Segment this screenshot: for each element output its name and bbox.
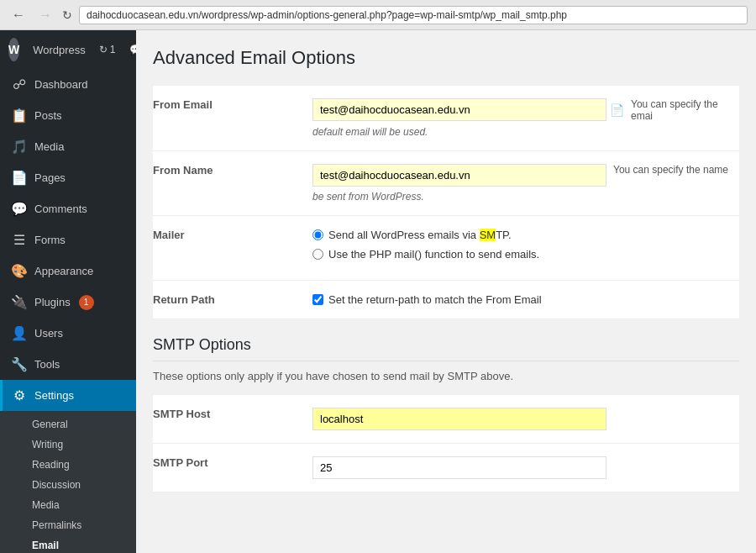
browser-bar: ← → ↻ — [0, 0, 756, 30]
media-icon: 🎵 — [11, 139, 28, 155]
sidebar-item-appearance[interactable]: 🎨 Appearance — [0, 255, 136, 287]
sidebar-item-label: Users — [34, 327, 63, 340]
smtp-section-title: SMTP Options — [153, 336, 739, 361]
from-name-row: From Name You can specify the name be se… — [153, 151, 739, 216]
from-email-label: From Email — [153, 86, 304, 151]
comments-item[interactable]: 💬 0 — [129, 44, 136, 55]
return-path-option-text: Set the return-path to match the From Em… — [328, 293, 542, 306]
mailer-option2-text: Use the PHP mail() function to send emai… — [328, 248, 539, 261]
sidebar-item-pages[interactable]: 📄 Pages — [0, 162, 136, 193]
mailer-cell: Send all WordPress emails via SMTP. Use … — [304, 216, 739, 281]
sidebar-item-settings[interactable]: ⚙ Settings — [0, 380, 136, 411]
updates-item[interactable]: ↻ 1 — [99, 44, 116, 55]
submenu-item-media[interactable]: Media — [0, 495, 136, 515]
sidebar-item-forms[interactable]: ☰ Forms — [0, 224, 136, 255]
sidebar: W Wordpress ↻ 1 💬 0 + New ☍ Dashboard 📋 … — [0, 30, 136, 553]
tools-icon: 🔧 — [11, 356, 28, 372]
submenu-item-general[interactable]: General — [0, 414, 136, 434]
sidebar-item-label: Posts — [34, 109, 62, 122]
from-email-field-with-icon: 📄 — [312, 98, 624, 121]
from-email-field-row: 📄 You can specify the emai — [312, 98, 731, 122]
return-path-label: Return Path — [153, 281, 304, 319]
wp-top-bar: W Wordpress ↻ 1 💬 0 + New — [0, 30, 136, 69]
sidebar-item-label: Pages — [34, 171, 66, 184]
sidebar-item-plugins[interactable]: 🔌 Plugins 1 — [0, 287, 136, 318]
smtp-host-input[interactable] — [312, 408, 606, 430]
sidebar-item-posts[interactable]: 📋 Posts — [0, 100, 136, 131]
plugins-icon: 🔌 — [11, 294, 28, 310]
sidebar-item-label: Dashboard — [34, 78, 88, 91]
sidebar-item-media[interactable]: 🎵 Media — [0, 131, 136, 162]
smtp-highlight: SM — [480, 229, 496, 241]
from-email-row: From Email 📄 You can specify the emai de… — [153, 86, 739, 151]
sidebar-nav: ☍ Dashboard 📋 Posts 🎵 Media 📄 Pages 💬 Co… — [0, 69, 136, 553]
back-button[interactable]: ← — [8, 6, 29, 24]
return-path-option-row: Set the return-path to match the From Em… — [312, 293, 731, 306]
posts-icon: 📋 — [11, 108, 28, 124]
forward-button[interactable]: → — [35, 6, 55, 24]
main-content: Advanced Email Options From Email 📄 You … — [136, 30, 756, 553]
from-name-subhelp: be sent from WordPress. — [312, 191, 731, 203]
smtp-host-row: SMTP Host — [153, 395, 739, 444]
sidebar-item-comments[interactable]: 💬 Comments — [0, 193, 136, 224]
form-table: From Email 📄 You can specify the emai de… — [153, 86, 739, 319]
return-path-cell: Set the return-path to match the From Em… — [304, 281, 739, 319]
mailer-option1-row: Send all WordPress emails via SMTP. — [312, 229, 731, 241]
return-path-checkbox[interactable] — [312, 294, 323, 305]
from-email-subhelp: default email will be used. — [312, 126, 731, 138]
submenu-item-permalinks[interactable]: Permalinks — [0, 515, 136, 535]
wp-admin-layout: W Wordpress ↻ 1 💬 0 + New ☍ Dashboard 📋 … — [0, 30, 756, 553]
submenu-item-discussion[interactable]: Discussion — [0, 475, 136, 495]
sidebar-item-tools[interactable]: 🔧 Tools — [0, 349, 136, 380]
smtp-port-input[interactable] — [312, 456, 606, 479]
return-path-row: Return Path Set the return-path to match… — [153, 281, 739, 319]
wp-logo: W — [8, 38, 19, 61]
mailer-option1-text: Send all WordPress emails via SMTP. — [328, 229, 512, 241]
settings-submenu: General Writing Reading Discussion Media… — [0, 411, 136, 553]
updates-count: 1 — [110, 44, 116, 55]
address-bar[interactable] — [79, 6, 748, 24]
mailer-row: Mailer Send all WordPress emails via SMT… — [153, 216, 739, 281]
submenu-item-writing[interactable]: Writing — [0, 434, 136, 455]
users-icon: 👤 — [11, 325, 28, 341]
sidebar-item-label: Tools — [34, 358, 60, 371]
from-email-help: You can specify the emai — [631, 98, 731, 122]
from-name-cell: You can specify the name be sent from Wo… — [304, 151, 739, 216]
smtp-port-label: SMTP Port — [153, 444, 304, 492]
settings-icon: ⚙ — [11, 387, 28, 403]
site-name[interactable]: Wordpress — [33, 44, 86, 56]
mailer-radio-phpmail[interactable] — [312, 249, 323, 260]
sidebar-item-users[interactable]: 👤 Users — [0, 318, 136, 349]
smtp-port-cell — [304, 444, 739, 492]
from-name-help: You can specify the name — [613, 164, 728, 176]
appearance-icon: 🎨 — [11, 263, 28, 279]
comments-icon: 💬 — [11, 201, 28, 217]
from-name-label: From Name — [153, 151, 304, 216]
from-name-input[interactable] — [312, 164, 606, 187]
from-email-cell: 📄 You can specify the emai default email… — [304, 86, 739, 151]
mailer-option2-row: Use the PHP mail() function to send emai… — [312, 248, 731, 261]
smtp-host-label: SMTP Host — [153, 395, 304, 444]
plugins-badge: 1 — [79, 295, 94, 310]
sidebar-item-label: Comments — [34, 203, 87, 215]
pages-icon: 📄 — [11, 170, 28, 186]
sidebar-item-label: Media — [34, 140, 64, 153]
page-title: Advanced Email Options — [153, 47, 739, 69]
smtp-form-table: SMTP Host SMTP Port — [153, 395, 739, 492]
sidebar-item-label: Appearance — [34, 265, 93, 277]
forms-icon: ☰ — [11, 232, 28, 248]
mailer-radio-smtp[interactable] — [312, 229, 323, 240]
mailer-label: Mailer — [153, 216, 304, 281]
submenu-item-reading[interactable]: Reading — [0, 455, 136, 475]
sidebar-item-label: Forms — [34, 234, 66, 246]
refresh-button[interactable]: ↻ — [62, 8, 72, 22]
submenu-item-email[interactable]: Email — [0, 535, 136, 553]
from-email-input[interactable] — [312, 98, 606, 121]
sidebar-item-dashboard[interactable]: ☍ Dashboard — [0, 69, 136, 100]
from-name-field-row: You can specify the name — [312, 164, 731, 187]
sidebar-item-label: Plugins — [34, 296, 71, 308]
smtp-description: These options only apply if you have cho… — [153, 370, 739, 382]
sidebar-item-label: Settings — [34, 389, 74, 402]
smtp-port-row: SMTP Port — [153, 444, 739, 492]
email-field-icon: 📄 — [610, 103, 624, 117]
